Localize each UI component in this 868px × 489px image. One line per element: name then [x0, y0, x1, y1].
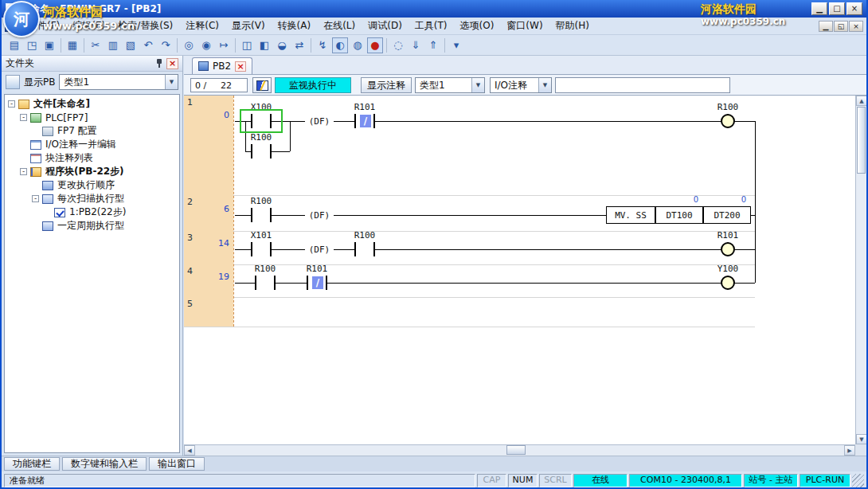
insert-row-icon[interactable]: ◫	[239, 37, 255, 53]
mdi-restore-button[interactable]: ◱	[834, 21, 848, 32]
ladder-contact-not[interactable]: /	[354, 114, 375, 128]
copy-icon[interactable]: ▥	[105, 37, 121, 53]
upload-from-plc-icon[interactable]: ⇑	[425, 37, 441, 53]
show-comment-button[interactable]: 显示注释	[361, 77, 412, 93]
ladder-contact[interactable]	[251, 144, 272, 158]
tree-expander-icon[interactable]: -	[20, 114, 27, 121]
close-button[interactable]: ×	[846, 2, 862, 15]
vertical-scrollbar[interactable]: ▲ ▼	[855, 96, 866, 444]
tree-item[interactable]: I/O注释一并编辑	[5, 138, 179, 151]
delete-row-icon[interactable]: ◧	[256, 37, 272, 53]
mdi-minimize-button[interactable]: ▁	[819, 21, 833, 32]
tab-close-button[interactable]: ×	[235, 61, 246, 72]
ladder-canvas[interactable]: 10263144195X100R100(DF)/R101R100R100(DF)…	[184, 96, 855, 444]
rung-header-cell[interactable]: 5	[184, 297, 233, 327]
find-icon[interactable]: ◎	[181, 37, 197, 53]
ladder-contact[interactable]	[251, 242, 272, 256]
chevron-down-icon[interactable]: ▼	[538, 78, 551, 92]
menu-item[interactable]: 选项(O)	[454, 17, 501, 35]
tree-item[interactable]: 更改执行顺序	[5, 178, 179, 192]
bottom-tab[interactable]: 功能键栏	[4, 457, 60, 471]
mdi-close-button[interactable]: ×	[849, 21, 863, 32]
more-options-icon[interactable]: ▾	[448, 37, 464, 53]
run-mode-icon[interactable]: ●	[367, 37, 383, 53]
jump-icon[interactable]: ↦	[216, 37, 232, 53]
minimize-button[interactable]: ▁	[811, 2, 827, 15]
ladder-coil[interactable]	[721, 276, 735, 290]
tree-expander-icon[interactable]: -	[32, 195, 39, 202]
device-monitor-icon[interactable]: ◍	[350, 37, 366, 53]
tab-pb2[interactable]: PB2 ×	[192, 57, 252, 74]
monitor-toggle-button[interactable]	[252, 77, 272, 93]
program-mode-icon[interactable]: ◌	[390, 37, 406, 53]
menu-item[interactable]: 调试(D)	[362, 17, 409, 35]
menu-item[interactable]: 在线(L)	[317, 17, 362, 35]
instruction-box[interactable]: MV. SS	[606, 206, 655, 224]
menu-item[interactable]: 帮助(H)	[549, 17, 596, 35]
bottom-tab[interactable]: 输出窗口	[149, 457, 205, 471]
tree-item[interactable]: -程序块(PB-22步)	[5, 165, 179, 178]
io-comment-select[interactable]: I/O注释 ▼	[490, 77, 552, 93]
tree-expander-icon[interactable]: -	[20, 168, 27, 175]
menu-item[interactable]: 转换(A)	[272, 17, 318, 35]
horizontal-scroll-track[interactable]	[195, 445, 844, 456]
menu-item[interactable]: 工具(T)	[409, 17, 454, 35]
df-instruction[interactable]: (DF)	[305, 115, 334, 127]
tree-item[interactable]: -每次扫描执行型	[5, 192, 179, 205]
tree-item[interactable]: 块注释列表	[5, 151, 179, 165]
rung-header-cell[interactable]: 10	[184, 96, 233, 195]
download-to-plc-icon[interactable]: ⇓	[408, 37, 424, 53]
print-icon[interactable]: ▦	[65, 37, 80, 53]
rung-header-cell[interactable]: 26	[184, 195, 233, 231]
df-instruction[interactable]: (DF)	[305, 209, 334, 221]
scroll-up-button[interactable]: ▲	[856, 96, 867, 106]
df-instruction[interactable]: (DF)	[305, 243, 334, 256]
monitor-icon[interactable]: ◐	[332, 37, 348, 53]
pin-icon[interactable]	[155, 58, 163, 68]
open-file-icon[interactable]: ◳	[24, 37, 40, 53]
scroll-down-button[interactable]: ▼	[856, 434, 867, 444]
vertical-scroll-thumb[interactable]	[857, 107, 866, 174]
undo-icon[interactable]: ↶	[140, 37, 156, 53]
ladder-contact[interactable]	[354, 242, 375, 256]
horizontal-scrollbar[interactable]: ◀ ▶	[184, 444, 855, 456]
ladder-contact[interactable]	[255, 276, 276, 290]
tree-item[interactable]: 一定周期执行型	[5, 219, 179, 233]
maximize-button[interactable]: □	[829, 2, 845, 15]
menu-item[interactable]: 窗口(W)	[500, 17, 549, 35]
tree-item[interactable]: -PLC[FP7]	[5, 111, 179, 124]
cut-icon[interactable]: ✂	[88, 37, 104, 53]
tree-item[interactable]: 1:PB2(22步)	[5, 205, 179, 219]
pb-type-select[interactable]: 类型1 ▼	[59, 74, 178, 90]
chevron-down-icon[interactable]: ▼	[471, 78, 484, 92]
tree-expander-icon[interactable]: -	[8, 100, 15, 108]
ladder-coil[interactable]	[721, 114, 735, 128]
rung-header-cell[interactable]: 314	[184, 231, 233, 264]
rung-header-cell[interactable]: 419	[184, 264, 233, 297]
pb-display-icon[interactable]	[6, 75, 20, 89]
instruction-box[interactable]: DT200	[703, 206, 751, 224]
menu-item[interactable]: 显示(V)	[225, 17, 272, 35]
redo-icon[interactable]: ↷	[158, 37, 174, 53]
paste-icon[interactable]: ▧	[123, 37, 139, 53]
online-edit-icon[interactable]: ↯	[315, 37, 330, 53]
tree-item[interactable]: -文件[未命名]	[5, 97, 179, 111]
find-next-icon[interactable]: ◉	[198, 37, 214, 53]
comment-toggle-icon[interactable]: ◒	[274, 37, 290, 53]
io-comment-field[interactable]	[555, 77, 730, 93]
convert-program-icon[interactable]: ⇄	[291, 37, 307, 53]
resize-grip[interactable]	[852, 474, 864, 487]
ladder-coil[interactable]	[721, 242, 735, 256]
tree-item[interactable]: FP7 配置	[5, 124, 179, 138]
ladder-contact-not[interactable]: /	[307, 276, 327, 290]
scroll-left-button[interactable]: ◀	[184, 445, 195, 456]
horizontal-scroll-thumb[interactable]	[506, 445, 526, 455]
bottom-tab[interactable]: 数字键和输入栏	[62, 457, 147, 471]
panel-close-button[interactable]: ×	[166, 58, 178, 69]
instruction-box[interactable]: DT100	[655, 206, 703, 224]
comment-type-select[interactable]: 类型1 ▼	[415, 77, 485, 93]
chevron-down-icon[interactable]: ▼	[165, 75, 178, 89]
scroll-right-button[interactable]: ▶	[844, 445, 855, 456]
save-icon[interactable]: ▣	[41, 37, 57, 53]
menu-item[interactable]: 注释(C)	[179, 17, 225, 35]
